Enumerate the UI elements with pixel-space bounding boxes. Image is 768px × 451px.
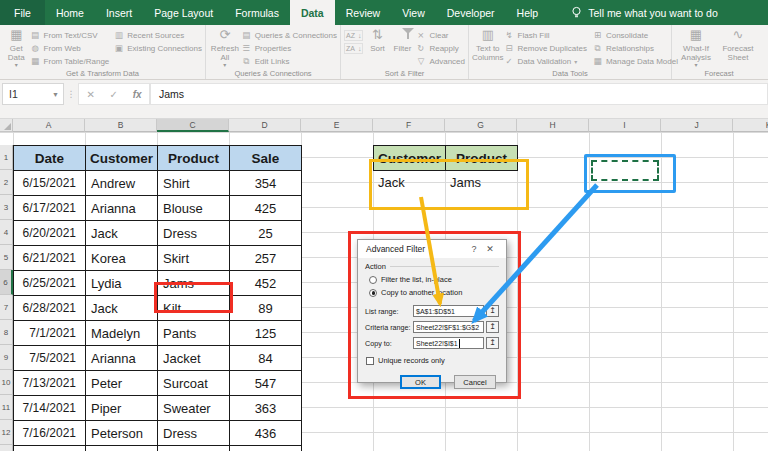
tab-help[interactable]: Help [506, 0, 550, 25]
data-validation-button[interactable]: ✓Data Validation▾ [504, 55, 587, 67]
row-header-10[interactable]: 10 [0, 370, 13, 395]
properties-button[interactable]: ☰Properties [241, 42, 337, 54]
table-cell[interactable]: Dress [158, 221, 230, 246]
table-cell[interactable]: Lydia [86, 271, 158, 296]
column-header-G[interactable]: G [445, 119, 517, 132]
refresh-all-button[interactable]: ⟳ Refresh All ▾ [209, 27, 241, 69]
row-header-8[interactable]: 8 [0, 320, 13, 345]
table-cell[interactable]: Blouse [158, 196, 230, 221]
table-cell[interactable]: 125 [230, 321, 302, 346]
row-header-6[interactable]: 6 [0, 270, 13, 295]
reapply-button[interactable]: ↻Reapply [415, 42, 465, 54]
table-cell[interactable]: 354 [230, 171, 302, 196]
table-cell[interactable]: 7/14/2021 [14, 396, 86, 421]
row-header-3[interactable]: 3 [0, 195, 13, 220]
from-text-csv-button[interactable]: ▤From Text/CSV [30, 29, 110, 41]
table-cell[interactable]: 89 [230, 296, 302, 321]
column-header-C[interactable]: C [157, 119, 229, 132]
relationships-button[interactable]: ⧉Relationships [592, 42, 678, 54]
sort-descending-button[interactable]: ZA↓ [344, 43, 363, 54]
table-header-cell[interactable]: Sale [230, 146, 302, 171]
tab-home[interactable]: Home [45, 0, 95, 25]
table-cell[interactable]: Arianna [86, 346, 158, 371]
column-header-J[interactable]: J [661, 119, 733, 132]
table-cell[interactable]: 452 [230, 271, 302, 296]
insert-function-icon[interactable]: fx [133, 89, 142, 100]
remove-duplicates-button[interactable]: ⊟Remove Duplicates [504, 42, 587, 54]
sort-ascending-button[interactable]: AZ↓ [344, 30, 363, 41]
table-cell[interactable]: Madelyn [86, 321, 158, 346]
enter-entry-icon[interactable]: ✓ [110, 89, 118, 100]
get-data-button[interactable]: ▦ Get Data ▾ [3, 27, 30, 69]
tab-page-layout[interactable]: Page Layout [143, 0, 224, 25]
name-box[interactable]: I1 ▼ [2, 83, 64, 105]
from-table-range-button[interactable]: ▦From Table/Range [30, 55, 110, 67]
from-web-button[interactable]: ◍From Web [30, 42, 110, 54]
table-cell[interactable]: Dress [158, 421, 230, 446]
table-header-cell[interactable]: Product [158, 146, 230, 171]
table-cell[interactable]: 25 [230, 221, 302, 246]
name-box-dropdown-icon[interactable]: ▼ [52, 91, 59, 98]
table-cell[interactable]: 7/16/2021 [14, 421, 86, 446]
table-cell[interactable]: 84 [230, 346, 302, 371]
select-all-corner[interactable] [0, 119, 13, 132]
row-header-5[interactable]: 5 [0, 245, 13, 270]
row-header-2[interactable]: 2 [0, 170, 13, 195]
table-cell[interactable]: Jacket [158, 346, 230, 371]
table-cell[interactable]: 363 [230, 396, 302, 421]
table-cell[interactable]: Arianna [86, 196, 158, 221]
manage-data-model-button[interactable]: ▦Manage Data Model [592, 55, 678, 67]
tab-file[interactable]: File [0, 0, 45, 25]
tab-developer[interactable]: Developer [436, 0, 506, 25]
row-header-4[interactable]: 4 [0, 220, 13, 245]
row-header-1[interactable]: 1 [0, 145, 13, 170]
tab-view[interactable]: View [391, 0, 436, 25]
row-header-11[interactable]: 11 [0, 395, 13, 420]
table-cell[interactable]: Peterson [86, 421, 158, 446]
consolidate-button[interactable]: ⊞Consolidate [592, 29, 678, 41]
column-header-B[interactable]: B [85, 119, 157, 132]
column-header-I[interactable]: I [589, 119, 661, 132]
row-header-13[interactable]: 13 [0, 445, 13, 451]
row-header-7[interactable]: 7 [0, 295, 13, 320]
table-cell[interactable]: 6/15/2021 [14, 171, 86, 196]
column-header-F[interactable]: F [373, 119, 445, 132]
recent-sources-button[interactable]: ▥Recent Sources [113, 29, 202, 41]
table-cell[interactable]: 6/17/2021 [14, 196, 86, 221]
table-cell[interactable]: Peter [86, 371, 158, 396]
tab-data[interactable]: Data [290, 0, 335, 25]
table-cell[interactable]: Andrew [86, 171, 158, 196]
table-cell[interactable]: Skirt [158, 446, 230, 451]
flash-fill-button[interactable]: ↯Flash Fill [504, 29, 587, 41]
table-cell[interactable]: 7/13/2021 [14, 371, 86, 396]
text-to-columns-button[interactable]: ▥ Text to Columns [472, 27, 504, 62]
cells-area[interactable]: 12345678910111213 DateCustomerProductSal… [0, 132, 768, 451]
table-cell[interactable]: 90 [230, 446, 302, 451]
column-header-A[interactable]: A [13, 119, 85, 132]
edit-links-button[interactable]: ⧉Edit Links [241, 55, 337, 67]
table-cell[interactable]: 7/5/2021 [14, 346, 86, 371]
table-cell[interactable]: Jack [86, 296, 158, 321]
formula-input[interactable]: Jams [150, 83, 768, 105]
table-cell[interactable]: 547 [230, 371, 302, 396]
table-cell[interactable]: Skirt [158, 246, 230, 271]
table-cell[interactable]: 436 [230, 421, 302, 446]
queries-connections-button[interactable]: ▤Queries & Connections [241, 29, 337, 41]
table-cell[interactable]: 7/18/2021 [14, 446, 86, 451]
column-header-E[interactable]: E [301, 119, 373, 132]
tab-review[interactable]: Review [335, 0, 391, 25]
column-header-K[interactable]: K [733, 119, 768, 132]
cancel-entry-icon[interactable]: ✕ [86, 89, 94, 100]
sort-button[interactable]: ⇅ Sort [365, 27, 389, 53]
table-cell[interactable]: Jack [86, 446, 158, 451]
table-cell[interactable]: 6/28/2021 [14, 296, 86, 321]
row-header-9[interactable]: 9 [0, 345, 13, 370]
clear-filter-button[interactable]: ⨯Clear [415, 29, 465, 41]
column-header-D[interactable]: D [229, 119, 301, 132]
column-header-H[interactable]: H [517, 119, 589, 132]
table-cell[interactable]: Korea [86, 246, 158, 271]
forecast-sheet-button[interactable]: ∿ Forecast Sheet [717, 27, 759, 62]
table-cell[interactable]: Pants [158, 321, 230, 346]
table-cell[interactable]: 6/25/2021 [14, 271, 86, 296]
table-cell[interactable]: 7/1/2021 [14, 321, 86, 346]
